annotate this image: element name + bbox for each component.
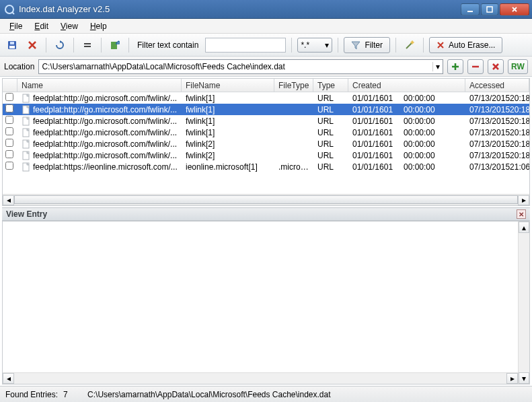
row-checkbox[interactable] <box>5 127 13 135</box>
delete-location-button[interactable] <box>488 59 504 74</box>
scroll-left-icon[interactable]: ◂ <box>3 195 14 205</box>
scroll-thumb[interactable] <box>14 195 518 204</box>
table-row[interactable]: feedplat:http://go.microsoft.com/fwlink/… <box>3 104 529 115</box>
export-icon[interactable] <box>107 37 123 53</box>
save-icon[interactable] <box>4 37 20 53</box>
menu-help[interactable]: Help <box>85 20 112 32</box>
row-checkbox[interactable] <box>5 139 13 147</box>
filetype-combo[interactable]: *.* ▾ <box>297 38 332 53</box>
cell-accessed-time: 20:18:37 <box>510 116 529 126</box>
view-entry-label: View Entry <box>6 209 47 219</box>
separator <box>291 38 292 53</box>
svg-rect-2 <box>467 11 473 12</box>
location-label: Location <box>4 62 34 71</box>
svg-rect-6 <box>10 42 14 44</box>
wand-icon[interactable] <box>402 37 418 53</box>
titlebar[interactable]: Index.dat Analyzer v2.5 <box>0 0 532 19</box>
row-checkbox[interactable] <box>5 93 13 101</box>
cell-accessed-date: 07/13/2015 <box>469 162 510 172</box>
cell-created-time: 00:00:00 <box>404 162 435 172</box>
svg-rect-8 <box>84 46 91 47</box>
row-checkbox[interactable] <box>5 116 13 124</box>
cell-created-time: 00:00:00 <box>404 116 435 126</box>
dropdown-arrow-icon: ▾ <box>432 62 440 71</box>
menu-file[interactable]: File <box>4 20 28 32</box>
cell-created-time: 00:00:00 <box>404 94 435 103</box>
horizontal-scrollbar[interactable]: ◂ ▸ <box>3 194 529 205</box>
cell-filename: fwlink[1] <box>182 128 274 137</box>
cell-created-date: 01/01/1601 <box>352 116 404 126</box>
cell-name: feedplat:http://go.microsoft.com/fwlink/… <box>33 116 177 126</box>
cell-created-time: 00:00:00 <box>404 139 435 149</box>
panel-v-scrollbar[interactable]: ▴ ▾ <box>518 222 529 384</box>
close-panel-icon[interactable]: ✕ <box>517 209 526 219</box>
filter-button[interactable]: Filter <box>344 37 390 53</box>
location-bar: Location C:\Users\amarnath\AppData\Local… <box>0 57 532 77</box>
col-created[interactable]: Created <box>348 79 465 92</box>
scroll-up-icon[interactable]: ▴ <box>519 222 529 233</box>
svg-rect-3 <box>487 7 492 12</box>
separator <box>128 38 129 53</box>
table-row[interactable]: feedplat:http://go.microsoft.com/fwlink/… <box>3 92 529 104</box>
cell-accessed-time: 20:18:37 <box>510 128 529 137</box>
cell-accessed-time: 20:18:42 <box>510 139 529 149</box>
cell-created-time: 00:00:00 <box>404 105 435 114</box>
table-rows: feedplat:http://go.microsoft.com/fwlink/… <box>3 92 529 194</box>
status-path: C:\Users\amarnath\AppData\Local\Microsof… <box>87 390 331 399</box>
col-accessed[interactable]: Accessed <box>465 79 529 92</box>
scroll-right-icon[interactable]: ▸ <box>506 373 518 384</box>
menu-edit[interactable]: Edit <box>29 20 54 32</box>
entries-table: Name FileName FileType Type Created Acce… <box>2 78 530 206</box>
delete-icon[interactable] <box>24 37 40 53</box>
row-checkbox[interactable] <box>5 162 13 170</box>
cell-accessed-date: 07/13/2015 <box>469 105 510 114</box>
minimize-button[interactable] <box>461 3 480 15</box>
cell-filename: fwlink[1] <box>182 105 274 114</box>
view-entry-header: View Entry ✕ <box>2 207 530 221</box>
cell-created-time: 00:00:00 <box>404 128 435 137</box>
cell-type: URL <box>313 116 348 126</box>
cell-type: URL <box>313 139 348 149</box>
cell-type: URL <box>313 151 348 160</box>
table-row[interactable]: feedplat:http://go.microsoft.com/fwlink/… <box>3 149 529 161</box>
cell-name: feedplat:http://go.microsoft.com/fwlink/… <box>33 128 177 137</box>
table-row[interactable]: feedplat:http://go.microsoft.com/fwlink/… <box>3 127 529 138</box>
table-row[interactable]: feedplat:http://go.microsoft.com/fwlink/… <box>3 138 529 149</box>
app-icon <box>4 4 15 15</box>
cell-name: feedplat:http://go.microsoft.com/fwlink/… <box>33 105 177 114</box>
table-row[interactable]: feedplat:http://go.microsoft.com/fwlink/… <box>3 115 529 127</box>
separator <box>46 38 46 53</box>
cell-accessed-date: 07/13/2015 <box>469 94 510 103</box>
maximize-button[interactable] <box>481 3 498 15</box>
table-row[interactable]: feedplat:https://ieonline.microsoft.com/… <box>3 161 529 172</box>
cell-type: URL <box>313 94 348 103</box>
panel-h-scrollbar[interactable]: ◂ ▸ <box>3 372 518 384</box>
row-checkbox[interactable] <box>5 104 13 112</box>
cell-type: URL <box>313 128 348 137</box>
close-button[interactable] <box>500 3 529 15</box>
refresh-icon[interactable] <box>52 37 68 53</box>
cell-filename: fwlink[2] <box>182 151 274 160</box>
col-type[interactable]: Type <box>313 79 348 92</box>
col-filename[interactable]: FileName <box>182 79 274 92</box>
col-name[interactable]: Name <box>17 79 182 92</box>
col-checkbox[interactable] <box>3 79 17 92</box>
readwrite-button[interactable]: RW <box>508 59 528 74</box>
scroll-left-icon[interactable]: ◂ <box>3 373 14 384</box>
filetype-value: *.* <box>301 40 309 50</box>
cell-name: feedplat:http://go.microsoft.com/fwlink/… <box>33 94 177 103</box>
menu-view[interactable]: View <box>55 20 83 32</box>
location-combo[interactable]: C:\Users\amarnath\AppData\Local\Microsof… <box>38 59 443 74</box>
add-location-button[interactable] <box>447 59 463 74</box>
filter-input[interactable] <box>205 38 286 53</box>
scroll-down-icon[interactable]: ▾ <box>519 372 529 384</box>
svg-rect-5 <box>9 46 15 48</box>
location-path: C:\Users\amarnath\AppData\Local\Microsof… <box>42 62 285 71</box>
equals-icon[interactable] <box>79 37 96 53</box>
col-filetype[interactable]: FileType <box>274 79 313 92</box>
auto-erase-button[interactable]: Auto Erase... <box>429 37 502 53</box>
remove-location-button[interactable] <box>467 59 484 74</box>
row-checkbox[interactable] <box>5 150 13 158</box>
scroll-right-icon[interactable]: ▸ <box>518 195 529 205</box>
cell-filename: fwlink[1] <box>182 116 274 126</box>
